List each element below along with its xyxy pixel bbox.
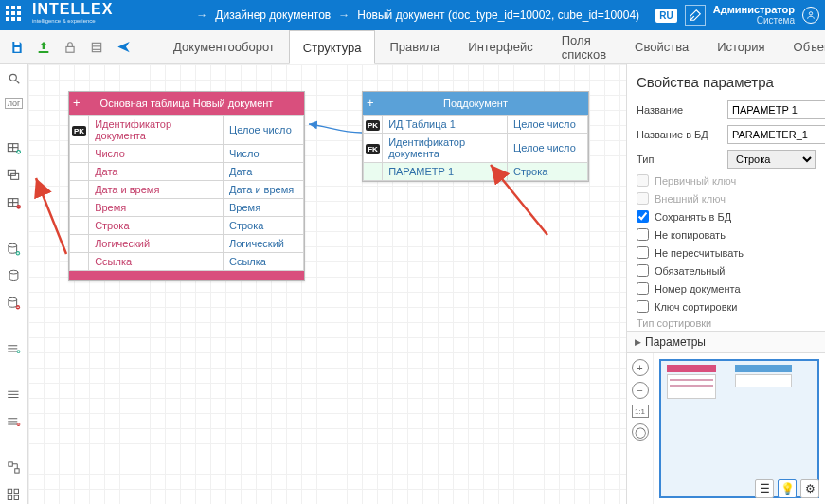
- apps-icon[interactable]: [6, 6, 25, 25]
- zoom-fit-icon[interactable]: ◯: [632, 423, 649, 441]
- label-type: Тип: [637, 153, 722, 165]
- search-icon[interactable]: [5, 70, 24, 88]
- table-row[interactable]: PKИД Таблица 1Целое число: [364, 116, 588, 134]
- table-row[interactable]: ЛогическийЛогический: [70, 235, 304, 253]
- db-icon[interactable]: [5, 267, 24, 285]
- norecalc-checkbox[interactable]: [637, 246, 649, 259]
- list-icon[interactable]: [87, 38, 106, 57]
- col-type: Ссылка: [224, 253, 304, 271]
- left-rail: лог: [0, 64, 28, 504]
- corner-gear-icon[interactable]: ⚙: [800, 479, 819, 498]
- table-remove-icon[interactable]: [5, 194, 24, 212]
- section-parameters[interactable]: ▶ Параметры: [627, 331, 825, 352]
- row-remove-icon[interactable]: [5, 413, 24, 431]
- primary-checkbox: [637, 174, 649, 187]
- svg-point-0: [809, 12, 812, 15]
- row-add-icon[interactable]: [5, 340, 24, 358]
- tab-4[interactable]: Поля списков: [547, 30, 620, 63]
- corner-list-icon[interactable]: ☰: [755, 479, 774, 498]
- svg-point-28: [9, 297, 17, 301]
- lock-icon[interactable]: [61, 38, 80, 57]
- table-add-icon[interactable]: [5, 140, 24, 158]
- table-card-main[interactable]: + Основная таблица Новый документ PKИден…: [68, 91, 305, 281]
- sortkey-checkbox[interactable]: [637, 300, 649, 313]
- breadcrumb-item[interactable]: Дизайнер документов: [215, 9, 331, 22]
- tab-5[interactable]: Свойства: [620, 30, 703, 63]
- col-type: Целое число: [508, 134, 588, 163]
- required-checkbox[interactable]: [637, 264, 649, 277]
- zoom-reset-icon[interactable]: 1:1: [632, 405, 649, 418]
- dbname-input[interactable]: [727, 125, 825, 144]
- table-dup-icon[interactable]: [5, 168, 24, 186]
- db-remove-icon[interactable]: [5, 295, 24, 313]
- svg-rect-2: [14, 47, 19, 52]
- col-name: Дата и время: [89, 181, 224, 199]
- svg-rect-4: [66, 46, 74, 52]
- breadcrumb-item[interactable]: Новый документ (doc_type_id=10002, cube_…: [357, 9, 639, 22]
- name-input[interactable]: [727, 100, 825, 119]
- svg-rect-17: [10, 173, 18, 179]
- table-row[interactable]: PKИдентификатор документаЦелое число: [70, 116, 304, 145]
- user-avatar-icon[interactable]: [802, 7, 819, 24]
- app-header: INTELLEX intelligence & experience → Диз…: [0, 0, 825, 30]
- table-row[interactable]: СсылкаСсылка: [70, 253, 304, 271]
- user-role: Система: [713, 15, 795, 27]
- table-row[interactable]: ДатаДата: [70, 163, 304, 181]
- layout-icon[interactable]: [5, 459, 24, 477]
- breadcrumb: → Дизайнер документов → Новый документ (…: [196, 9, 639, 22]
- table-row[interactable]: ПАРАМЕТР 1Строка: [364, 163, 588, 181]
- svg-rect-16: [8, 170, 15, 175]
- key-badge: FK: [366, 144, 380, 154]
- col-type: Время: [224, 199, 304, 217]
- svg-rect-47: [8, 489, 11, 493]
- corner-bulb-icon[interactable]: 💡: [778, 479, 797, 498]
- svg-point-8: [9, 75, 16, 81]
- table-row[interactable]: СтрокаСтрока: [70, 217, 304, 235]
- tab-1[interactable]: Структура: [289, 30, 376, 64]
- add-column-icon[interactable]: +: [73, 96, 81, 110]
- type-select[interactable]: Строка: [727, 150, 816, 169]
- savedb-checkbox[interactable]: [637, 210, 649, 223]
- save-icon[interactable]: [8, 38, 27, 57]
- lang-badge[interactable]: RU: [655, 9, 676, 23]
- arrow-icon: →: [338, 9, 350, 22]
- add-column-icon[interactable]: +: [367, 96, 374, 110]
- subheader: ДокументооборотСтруктураПравилаИнтерфейс…: [0, 30, 825, 64]
- tab-0[interactable]: Документооборот: [159, 30, 289, 63]
- minimap[interactable]: [659, 359, 819, 498]
- row-icon[interactable]: [5, 387, 24, 405]
- docnum-checkbox[interactable]: [637, 282, 649, 295]
- chevron-right-icon: ▶: [635, 337, 641, 347]
- col-type: Логический: [224, 235, 304, 253]
- col-name: Дата: [89, 163, 224, 181]
- key-badge: PK: [366, 120, 380, 131]
- tab-6[interactable]: История: [703, 30, 779, 63]
- col-type: Число: [224, 145, 304, 163]
- key-badge: PK: [72, 126, 86, 136]
- table-row[interactable]: FKИдентификатор документаЦелое число: [364, 134, 588, 163]
- send-icon[interactable]: [114, 38, 133, 57]
- col-name: ИД Таблица 1: [383, 116, 508, 134]
- table-card-sub[interactable]: + Поддокумент PKИД Таблица 1Целое числоF…: [362, 91, 589, 182]
- zoom-out-icon[interactable]: −: [632, 382, 649, 399]
- db-add-icon[interactable]: [5, 241, 24, 259]
- user-name: Администратор: [713, 4, 795, 15]
- canvas[interactable]: + Основная таблица Новый документ PKИден…: [28, 64, 626, 504]
- settings-icon[interactable]: [685, 5, 706, 26]
- user-block[interactable]: Администратор Система: [713, 4, 795, 27]
- table-row[interactable]: ЧислоЧисло: [70, 145, 304, 163]
- table-row[interactable]: Дата и времяДата и время: [70, 181, 304, 199]
- nocopy-checkbox[interactable]: [637, 228, 649, 241]
- upload-icon[interactable]: [34, 38, 53, 57]
- tab-2[interactable]: Правила: [375, 30, 454, 63]
- svg-rect-46: [15, 469, 19, 473]
- svg-rect-48: [14, 489, 18, 493]
- tab-3[interactable]: Интерфейс: [454, 30, 547, 63]
- zoom-in-icon[interactable]: +: [632, 359, 649, 376]
- table-row[interactable]: ВремяВремя: [70, 199, 304, 217]
- layout-grid-icon[interactable]: [5, 486, 24, 504]
- tab-7[interactable]: Объекты: [780, 30, 825, 63]
- foreign-checkbox: [637, 192, 649, 205]
- log-label[interactable]: лог: [5, 98, 24, 109]
- col-type: Целое число: [224, 116, 304, 145]
